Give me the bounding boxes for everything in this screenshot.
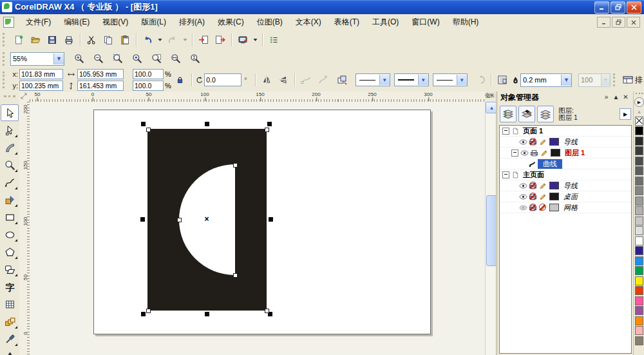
crop-tool[interactable]	[1, 139, 19, 156]
menu-file[interactable]: 文件(F)	[19, 15, 57, 30]
menu-view[interactable]: 视图(V)	[96, 15, 135, 30]
editable-pencil-icon[interactable]	[538, 138, 547, 146]
menu-table[interactable]: 表格(T)	[328, 15, 366, 30]
launcher-dropdown-icon[interactable]	[251, 32, 260, 48]
visibility-eye-icon[interactable]	[519, 182, 528, 189]
color-swatch[interactable]	[635, 126, 643, 135]
zoom-level-combo[interactable]: ▼	[10, 52, 64, 66]
color-swatch[interactable]	[635, 157, 643, 166]
undo-dropdown-icon[interactable]	[156, 32, 164, 48]
arrange-docker-tab[interactable]: 排	[611, 73, 644, 86]
zoom-selected-button[interactable]	[109, 51, 126, 66]
menu-arrange[interactable]: 排列(A)	[173, 15, 211, 30]
color-swatch[interactable]	[635, 186, 643, 195]
text-tool[interactable]: 字	[1, 278, 19, 295]
start-arrowhead-combo[interactable]: ▼	[355, 73, 390, 86]
zoom-tool[interactable]	[1, 157, 19, 173]
menu-edit[interactable]: 编辑(E)	[57, 15, 96, 30]
docker-close-icon[interactable]: ✕	[621, 93, 630, 102]
menu-layout[interactable]: 版面(L)	[135, 15, 173, 30]
zoom-combo-dropdown-icon[interactable]: ▼	[53, 53, 64, 64]
collapse-icon[interactable]	[502, 128, 509, 135]
curve-node[interactable]	[146, 309, 151, 313]
menu-bitmaps[interactable]: 位图(B)	[251, 15, 289, 30]
editable-pencil-icon[interactable]	[540, 149, 549, 157]
outline-width-dropdown-icon[interactable]: ▼	[561, 75, 571, 86]
menu-window[interactable]: 窗口(W)	[405, 15, 446, 30]
zoom-out-button[interactable]	[90, 51, 107, 66]
vertical-scrollbar[interactable]: ▲	[485, 102, 497, 355]
color-swatch[interactable]	[635, 256, 643, 265]
layer-color-swatch[interactable]	[549, 138, 559, 146]
property-bar-grip[interactable]	[3, 72, 6, 88]
collapse-icon[interactable]	[511, 149, 518, 157]
curve-node[interactable]	[177, 218, 182, 222]
y-position-field[interactable]	[19, 81, 63, 91]
object-center-marker[interactable]: ×	[203, 215, 211, 224]
outline-style-combo[interactable]: ▼	[394, 73, 429, 86]
copy-button[interactable]	[100, 32, 117, 48]
printable-icon[interactable]	[529, 193, 538, 200]
color-swatch[interactable]	[635, 336, 643, 345]
print-button[interactable]	[61, 32, 77, 48]
editable-pencil-icon[interactable]	[538, 204, 547, 211]
layer-row-layer-1[interactable]: 图层 1	[500, 148, 631, 158]
visibility-eye-icon[interactable]	[520, 149, 529, 157]
mirror-vertical-button[interactable]	[275, 72, 292, 88]
menu-text[interactable]: 文本(X)	[289, 15, 328, 30]
open-button[interactable]	[27, 32, 44, 48]
color-swatch[interactable]	[635, 326, 643, 335]
mirror-horizontal-button[interactable]	[258, 72, 275, 88]
drawing-canvas[interactable]: ×	[30, 102, 485, 355]
export-button[interactable]	[212, 32, 229, 48]
doc-minimize-button[interactable]	[597, 17, 611, 28]
selection-handle-middle-left[interactable]	[140, 217, 145, 222]
zoom-page-button[interactable]	[148, 51, 165, 66]
undo-button[interactable]	[139, 32, 156, 48]
selection-handle-top-center[interactable]	[205, 122, 209, 126]
visibility-eye-icon[interactable]	[519, 204, 528, 211]
visibility-eye-icon[interactable]	[519, 193, 528, 200]
doc-restore-button[interactable]	[612, 17, 625, 28]
shape-tool[interactable]	[1, 122, 19, 139]
visibility-eye-icon[interactable]	[519, 138, 528, 146]
color-swatch[interactable]	[635, 166, 643, 175]
color-swatch[interactable]	[635, 296, 643, 305]
x-position-field[interactable]	[19, 69, 63, 79]
new-document-button[interactable]	[10, 32, 27, 48]
layer-row-guides-layer[interactable]: 导线	[500, 137, 631, 148]
smart-fill-tool[interactable]	[1, 191, 19, 208]
rectangle-tool[interactable]	[1, 209, 19, 225]
color-swatch[interactable]	[635, 146, 643, 155]
end-arrowhead-combo[interactable]: ▼	[433, 73, 468, 86]
color-swatch[interactable]	[635, 197, 643, 206]
palette-grip[interactable]	[636, 93, 643, 97]
app-launcher-button[interactable]	[234, 32, 251, 48]
paste-button[interactable]	[117, 32, 133, 48]
scale-v-field[interactable]	[133, 81, 164, 91]
zoom-in-button[interactable]	[71, 51, 88, 66]
selection-handle-middle-right[interactable]	[269, 217, 273, 222]
collapse-icon[interactable]	[502, 171, 509, 178]
color-swatch[interactable]	[635, 226, 643, 235]
printable-icon[interactable]	[529, 138, 538, 146]
minimize-button[interactable]	[594, 1, 609, 14]
color-swatch[interactable]	[635, 286, 643, 295]
cut-button[interactable]	[83, 32, 100, 48]
menu-help[interactable]: 帮助(H)	[446, 15, 486, 30]
outline-pen-tool[interactable]	[1, 348, 19, 355]
toolbar-grip[interactable]	[3, 33, 6, 46]
outline-width-input[interactable]	[521, 75, 561, 85]
zoom-page-width-button[interactable]	[167, 51, 184, 66]
color-swatch[interactable]	[635, 276, 643, 285]
vertical-ruler[interactable]: 200150100500	[19, 102, 30, 355]
layer-manager-view-button[interactable]	[537, 106, 554, 122]
page-row-page-1[interactable]: 页面 1	[500, 126, 631, 137]
ellipse-tool[interactable]	[1, 226, 19, 243]
rotation-angle-field[interactable]	[204, 73, 242, 86]
toolbox-grip[interactable]	[4, 95, 15, 99]
docker-expand-icon[interactable]: »	[601, 93, 611, 102]
combine-button[interactable]	[334, 72, 350, 88]
object-row-curve-object[interactable]: 曲线	[500, 158, 631, 169]
zoom-level-input[interactable]	[11, 54, 53, 64]
